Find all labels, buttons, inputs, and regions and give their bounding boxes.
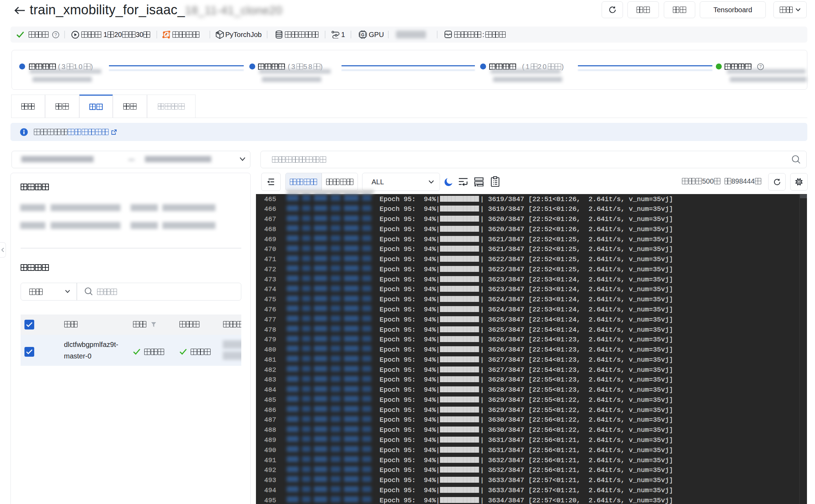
svg-text:G: G (361, 32, 364, 37)
svg-text:?: ? (54, 32, 57, 37)
svg-text:?: ? (759, 64, 762, 69)
